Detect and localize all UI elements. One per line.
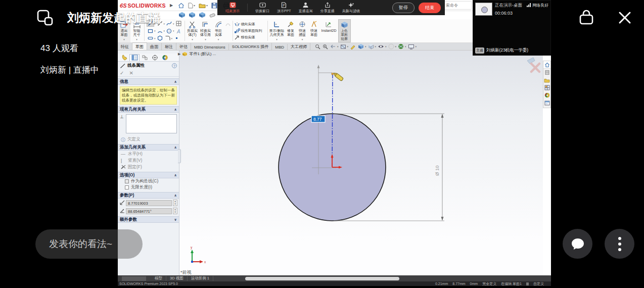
shaded-sketch-contours-button[interactable]: 上色 草图 轮廓 <box>338 19 351 42</box>
collapse-chevron-icon[interactable]: ∧ <box>174 146 177 150</box>
tab-features[interactable]: 特征 <box>118 43 132 50</box>
tab-custom[interactable]: 大工程师 <box>288 43 310 50</box>
expand-chevron-icon[interactable]: ∨ <box>174 218 177 222</box>
exit-sketch-caret[interactable]: ▾ <box>123 38 125 41</box>
collapse-chevron-icon[interactable]: ∧ <box>174 194 177 198</box>
view-settings-icon[interactable] <box>408 44 415 50</box>
rapid-sketch-button[interactable]: 快速 草图 <box>308 19 320 42</box>
collapse-chevron-icon[interactable]: ∧ <box>174 80 177 84</box>
offset-entities-button[interactable]: 等距 实体 ▾ <box>212 19 225 42</box>
chat-button[interactable] <box>563 229 592 259</box>
end-live-button[interactable]: 结束 <box>419 3 441 13</box>
add-relations-header[interactable]: 添加几何关系 ∧ <box>118 144 179 151</box>
tab-scroll-area[interactable] <box>122 276 146 281</box>
tab-sw-addins[interactable]: SOLIDWORKS 插件 <box>229 43 272 50</box>
info-section-header[interactable]: 信息 ∧ <box>118 78 179 85</box>
offset-caret[interactable]: ▾ <box>218 38 219 41</box>
construction-line-option[interactable]: 作为构造线(C) <box>125 178 179 184</box>
open-button[interactable]: ▾ <box>199 3 208 9</box>
arc-tool-button[interactable] <box>156 28 164 34</box>
model-tab[interactable]: 模型 <box>151 276 166 281</box>
sketch-picture-button[interactable] <box>175 20 182 27</box>
tab-annotate[interactable]: 标注 <box>162 43 176 50</box>
convert-entities-button[interactable]: 转换实 体引用 ▾ <box>199 19 212 42</box>
ok-button[interactable]: ✓ <box>120 70 124 76</box>
tab-evaluate[interactable]: 评估 <box>176 43 191 50</box>
dynamic-annotation-icon[interactable] <box>350 44 356 50</box>
customize-button[interactable]: 自定义 <box>533 281 544 286</box>
apply-scene-icon[interactable] <box>398 43 404 50</box>
beauty-filter-button[interactable]: 美颜与滤镜 <box>342 0 360 15</box>
infinite-length-option[interactable]: 无限长度(I) <box>125 184 179 190</box>
previous-view-icon[interactable] <box>330 44 336 50</box>
share-live-button[interactable]: 分享直播 <box>320 0 335 15</box>
help-icon[interactable]: ? <box>172 63 177 68</box>
text-tool-button[interactable]: A <box>175 28 182 34</box>
resources-tab[interactable] <box>543 61 550 69</box>
menu-flyout-icon[interactable]: ▶ <box>170 3 173 8</box>
mirror-entities-button[interactable]: 镜向实体 <box>234 21 266 28</box>
dimxpert-manager-tab[interactable] <box>150 54 160 61</box>
tab-mbd[interactable]: MBD <box>272 44 288 50</box>
feature-manager-tab[interactable] <box>119 54 129 61</box>
design-library-tab[interactable] <box>543 69 550 76</box>
hide-show-items-icon[interactable] <box>378 44 384 49</box>
angle-value-field[interactable]: 88.65484771° <box>126 208 172 214</box>
move-entities-button[interactable]: 移动实体 <box>234 34 266 41</box>
quick-snaps-button[interactable]: 快速 捕捉 ▾ <box>297 19 308 42</box>
screen-lock-icon[interactable] <box>577 9 596 27</box>
collapse-chevron-icon[interactable]: ∧ <box>174 173 177 177</box>
fix-relation-button[interactable]: 固定(F) <box>121 164 179 170</box>
search-commands-box[interactable]: 索命令 <box>444 1 472 10</box>
eraser-tool-icon[interactable] <box>209 12 216 18</box>
switch-window-button[interactable]: 切换窗口 <box>255 0 269 15</box>
end-presentation-button[interactable]: 结束演示 <box>225 0 240 15</box>
polygon-tool-button[interactable] <box>156 35 164 41</box>
presenter-video-tile[interactable]: 正在演示-桌面 00:06:03 网络良好 主播 刘炳新(23机电一学委) <box>473 0 551 56</box>
length-value-field[interactable]: 8.77019003 <box>126 200 172 206</box>
parameters-header[interactable]: 参数(P) ∧ <box>118 192 179 199</box>
tab-surfaces[interactable]: 曲面 <box>147 43 162 50</box>
view-orientation-icon[interactable] <box>358 43 364 50</box>
tab-mbd-dimensions[interactable]: MBD Dimensions <box>191 44 229 50</box>
display-manager-tab[interactable] <box>160 54 170 61</box>
configuration-manager-tab[interactable] <box>140 54 150 61</box>
drawing-cube-icon[interactable] <box>199 12 206 18</box>
convert-caret[interactable]: ▾ <box>205 38 206 41</box>
section-view-icon[interactable] <box>340 44 346 50</box>
graphics-area[interactable]: Ø 10 8.77 <box>179 51 543 275</box>
repair-sketch-button[interactable]: 修复 草图 <box>285 19 297 42</box>
property-manager-tab[interactable] <box>129 54 140 61</box>
comment-input[interactable]: 发表你的看法~ <box>35 229 143 259</box>
existing-relations-header[interactable]: 现有几何关系 ∧ <box>118 106 179 113</box>
tree-expand-arrow-icon[interactable]: ▶ <box>178 52 180 56</box>
custom-properties-tab[interactable] <box>543 99 550 107</box>
instant2d-button[interactable]: Instant2D <box>320 19 338 42</box>
motion-study-tab[interactable]: 运动算例 1 <box>188 276 213 281</box>
options-header[interactable]: 选项(O) ∧ <box>118 172 179 178</box>
present-ppt-button[interactable]: P 演示PPT <box>277 0 291 15</box>
zoom-fit-icon[interactable] <box>315 44 320 50</box>
trim-caret[interactable]: ▾ <box>192 38 193 41</box>
appearances-scenes-tab[interactable] <box>543 91 550 99</box>
relations-caret[interactable]: ▾ <box>276 38 278 41</box>
3d-views-tab[interactable]: 3D 视图 <box>166 276 188 281</box>
horizontal-scrollbar-thumb[interactable] <box>245 277 399 280</box>
construction-checkbox[interactable] <box>125 179 129 183</box>
new-document-button[interactable]: ▾ <box>188 3 195 9</box>
horizontal-relation-button[interactable]: — 水平(H) <box>121 151 179 157</box>
view-palette-tab[interactable] <box>543 84 550 91</box>
trim-entities-button[interactable]: 剪裁实 体(T) ▾ <box>186 19 199 42</box>
zoom-area-icon[interactable] <box>323 44 328 50</box>
display-delete-relations-button[interactable]: 显示/删除 几何关系 ▾ <box>269 19 285 42</box>
infinite-length-checkbox[interactable] <box>125 185 129 189</box>
angle-spinner[interactable]: ▲▼ <box>173 208 177 214</box>
dimension-input-box[interactable]: 8.77 <box>311 116 325 122</box>
more-options-button[interactable] <box>605 229 634 259</box>
line-endpoint[interactable] <box>332 73 334 75</box>
rectangle-tool-button[interactable] <box>147 28 154 34</box>
length-spinner[interactable]: ▲▼ <box>173 200 177 206</box>
collapse-chevron-icon[interactable]: ∧ <box>174 108 177 112</box>
point-tool-button[interactable] <box>173 35 180 41</box>
close-icon[interactable] <box>618 11 632 25</box>
